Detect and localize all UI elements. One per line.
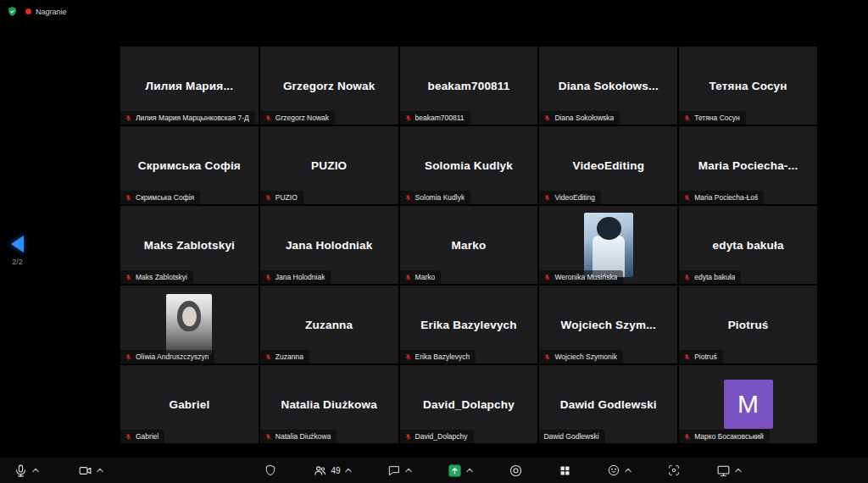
mic-icon	[14, 464, 28, 478]
participant-label-text: Maks Zablotskyi	[136, 273, 187, 281]
chevron-up-icon[interactable]	[466, 468, 473, 473]
participant-label-text: Maria Pociecha-Łoś	[694, 193, 758, 202]
mic-muted-icon	[683, 114, 691, 122]
participant-tile[interactable]: beakam700811beakam700811	[400, 47, 538, 125]
capture-frame-icon	[667, 464, 681, 477]
participant-tile[interactable]: Jana HolodniakJana Holodniak	[260, 206, 398, 284]
participant-name-label: Piotruś	[679, 350, 722, 364]
participant-tile[interactable]: Лилия Мария...Лилия Мария Марцынковская …	[120, 47, 259, 125]
participant-label-text: Solomia Kudlyk	[415, 193, 465, 202]
video-camera-icon	[78, 464, 92, 478]
mic-muted-icon	[683, 353, 691, 361]
participant-label-text: Natalia Diużkowa	[275, 432, 331, 441]
participant-grid: Лилия Мария...Лилия Мария Марцынковская …	[120, 47, 817, 443]
toolbar-button-capture[interactable]	[667, 464, 681, 477]
chevron-up-icon[interactable]	[32, 468, 39, 473]
participant-tile[interactable]: Solomia KudlykSolomia Kudlyk	[400, 126, 538, 204]
mic-muted-icon	[543, 274, 551, 281]
chevron-up-icon[interactable]	[345, 468, 352, 473]
participant-name-label: Gabriel	[120, 430, 164, 443]
participant-name-label: Erika Bazylevych	[400, 350, 476, 364]
participant-label-text: beakam700811	[415, 114, 465, 122]
participant-label-text: Weronika Musińska	[554, 273, 617, 281]
participant-name-label: Тетяна Сосун	[679, 111, 746, 125]
toolbar-center-group: 49	[264, 464, 741, 478]
participant-tile[interactable]: Oliwia Andruszczyszyn	[120, 286, 259, 364]
participant-display-name: Grzegorz Nowak	[276, 80, 382, 92]
toolbar-button-whiteboards[interactable]	[716, 464, 742, 478]
participant-name-label: Maks Zablotskyi	[120, 270, 193, 284]
previous-page-arrow[interactable]	[11, 236, 24, 253]
participant-name-label: Wojciech Szymonik	[539, 350, 623, 364]
participant-tile[interactable]: Maria Pociecha-...Maria Pociecha-Łoś	[679, 126, 817, 204]
participant-label-text: Тетяна Сосун	[694, 114, 740, 122]
participant-tile[interactable]: Natalia DiużkowaNatalia Diużkowa	[260, 365, 398, 443]
participant-display-name: Maria Pociecha-...	[692, 159, 805, 172]
participant-tile[interactable]: ZuzannaZuzanna	[260, 286, 398, 364]
participant-name-label: Solomia Kudlyk	[400, 191, 471, 204]
participant-name-label: Marko	[400, 270, 442, 284]
mic-muted-icon	[543, 353, 551, 361]
toolbar-button-participants[interactable]: 49	[313, 464, 351, 478]
participant-display-name: beakam700811	[420, 80, 516, 92]
participant-label-text: Dawid Godlewski	[543, 432, 598, 441]
participant-display-name: David_Dolapchy	[416, 398, 521, 411]
chevron-up-icon[interactable]	[735, 468, 742, 473]
participant-tile[interactable]: Erika BazylevychErika Bazylevych	[400, 286, 538, 364]
mic-muted-icon	[683, 194, 691, 202]
participant-display-name: VideoEditing	[565, 159, 651, 172]
participant-label-text: Marko	[415, 273, 436, 281]
participant-tile[interactable]: edyta bakułaedyta bakuła	[679, 206, 817, 284]
chevron-up-icon[interactable]	[97, 468, 103, 473]
participant-tile[interactable]: GabrielGabriel	[120, 365, 259, 443]
participant-label-text: Gabriel	[136, 432, 159, 441]
participant-label-text: Erika Bazylevych	[415, 353, 470, 361]
participant-tile[interactable]: MarkoMarko	[400, 206, 538, 284]
toolbar-button-reactions[interactable]	[607, 464, 632, 477]
participant-name-label: VideoEditing	[539, 191, 601, 204]
participant-initial-avatar: M	[724, 380, 773, 429]
participant-tile[interactable]: PiotruśPiotruś	[679, 286, 817, 364]
chevron-up-icon[interactable]	[625, 468, 632, 473]
recording-label: Nagranie	[36, 8, 67, 16]
mic-muted-icon	[404, 194, 412, 202]
toolbar-button-chat[interactable]	[387, 464, 412, 477]
participant-tile[interactable]: Скримська СофіяСкримська Софія	[120, 126, 259, 204]
toolbar-button-mute[interactable]	[14, 464, 39, 478]
mic-muted-icon	[125, 194, 132, 202]
participant-display-name: Erika Bazylevych	[414, 319, 524, 331]
participant-name-label: Natalia Diużkowa	[260, 430, 337, 443]
participant-display-name: Wojciech Szym...	[554, 319, 664, 331]
participant-tile[interactable]: David_DolapchyDavid_Dolapchy	[400, 365, 538, 443]
participant-tile[interactable]: Тетяна СосунТетяна Сосун	[679, 47, 817, 125]
toolbar-button-share-screen[interactable]	[448, 464, 473, 478]
participant-label-text: Лилия Мария Марцынковская 7-Д	[136, 114, 249, 122]
mic-muted-icon	[404, 433, 412, 441]
participant-display-name: Dawid Godlewski	[554, 398, 664, 411]
participant-display-name: Piotruś	[721, 319, 776, 331]
participant-tile[interactable]: Grzegorz NowakGrzegorz Nowak	[260, 47, 398, 125]
toolbar-button-video[interactable]	[78, 464, 103, 478]
participant-tile[interactable]: Weronika Musińska	[539, 206, 677, 284]
page-indicator: 2/2	[12, 258, 23, 266]
participant-tile[interactable]: PUZIOPUZIO	[260, 126, 398, 204]
toolbar-left-group	[14, 464, 103, 478]
participant-tile[interactable]: VideoEditingVideoEditing	[539, 126, 677, 204]
participant-display-name: Zuzanna	[298, 319, 359, 331]
toolbar-button-security[interactable]	[264, 464, 277, 477]
toolbar-button-record[interactable]	[509, 464, 523, 478]
participant-label-text: Zuzanna	[275, 353, 303, 361]
toolbar-button-apps[interactable]	[559, 464, 571, 477]
participant-tile[interactable]: Dawid GodlewskiDawid Godlewski	[539, 365, 677, 443]
participant-tile[interactable]: Wojciech Szym...Wojciech Szymonik	[539, 286, 677, 364]
mic-muted-icon	[543, 194, 551, 202]
chevron-up-icon[interactable]	[405, 468, 412, 473]
mic-muted-icon	[404, 114, 412, 122]
whiteboard-icon	[716, 464, 731, 478]
mic-muted-icon	[125, 433, 132, 441]
participant-tile[interactable]: MМарко Босаковський	[679, 365, 817, 443]
participant-tile[interactable]: Diana Sokołows...Diana Sokołowska	[539, 47, 677, 125]
mic-muted-icon	[264, 194, 272, 202]
participant-display-name: Diana Sokołows...	[552, 80, 665, 92]
participant-tile[interactable]: Maks ZablotskyiMaks Zablotskyi	[120, 206, 259, 284]
